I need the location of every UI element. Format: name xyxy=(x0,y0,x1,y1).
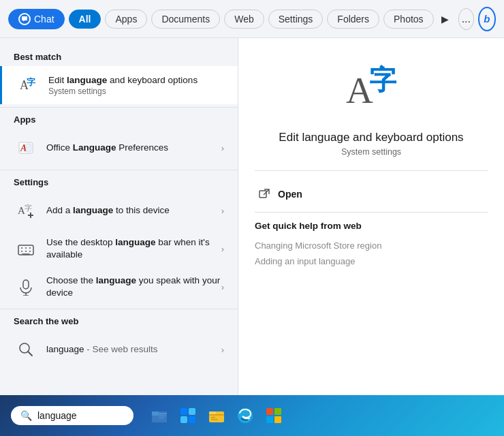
section-web-search: Search the web xyxy=(0,312,238,330)
result-web-language[interactable]: language - See web results › xyxy=(0,330,238,369)
svg-rect-30 xyxy=(159,416,166,416)
all-button-label: All xyxy=(79,14,91,25)
settings-button-label: Settings xyxy=(279,14,313,25)
help-link-2[interactable]: Adding an input language xyxy=(255,253,488,269)
chevron-icon: › xyxy=(221,143,224,153)
result-text-col-add: Add a language to this device xyxy=(46,204,221,217)
result-title: Edit language and keyboard options xyxy=(48,74,224,87)
svg-rect-35 xyxy=(189,416,195,423)
choose-language-title: Choose the language you speak with your … xyxy=(46,275,221,298)
chevron-icon-choose: › xyxy=(221,282,224,292)
svg-rect-34 xyxy=(180,416,187,423)
keyboard-icon xyxy=(14,236,38,261)
taskbar-explorer-icon[interactable] xyxy=(204,403,229,428)
divider-3 xyxy=(0,309,238,309)
chevron-icon-add: › xyxy=(221,206,224,216)
filter-all-button[interactable]: All xyxy=(69,10,101,29)
web-button-label: Web xyxy=(234,14,254,25)
web-search-icon xyxy=(14,337,38,362)
result-add-language[interactable]: A 字 Add a language to this device › xyxy=(0,191,238,230)
svg-rect-24 xyxy=(259,191,266,198)
chat-button-label: Chat xyxy=(34,14,54,25)
svg-rect-31 xyxy=(159,418,164,418)
separator2 xyxy=(255,212,488,213)
taskbar-search-input[interactable] xyxy=(37,410,124,421)
chevron-icon-desktop: › xyxy=(221,244,224,254)
filter-documents-button[interactable]: Documents xyxy=(151,10,220,29)
add-language-icon: A 字 xyxy=(14,198,38,223)
open-action-label: Open xyxy=(278,189,302,200)
taskbar-icons xyxy=(147,403,286,428)
svg-rect-39 xyxy=(211,417,215,418)
mic-icon xyxy=(14,275,38,299)
taskbar-search-icon: 🔍 xyxy=(20,410,32,421)
svg-rect-33 xyxy=(189,408,195,415)
taskbar-store-icon[interactable] xyxy=(262,403,286,428)
ellipsis-button[interactable]: ... xyxy=(458,8,474,30)
desktop-language-title: Use the desktop language bar when it's a… xyxy=(46,236,221,260)
taskbar-file-explorer-icon[interactable] xyxy=(147,403,172,428)
office-icon: A xyxy=(14,136,38,160)
result-office-language[interactable]: A Office Language Preferences › xyxy=(0,129,238,167)
divider-2 xyxy=(0,170,238,170)
right-panel-subtitle: System settings xyxy=(341,147,401,157)
ellipsis-icon: ... xyxy=(462,13,471,25)
web-language-title: language - See web results xyxy=(46,343,221,356)
photos-button-label: Photos xyxy=(394,14,424,25)
svg-line-21 xyxy=(28,352,32,356)
chat-icon xyxy=(18,13,31,25)
taskbar-edge-icon[interactable] xyxy=(233,403,257,428)
main-content: Best match A 字 Edit language and keyboar… xyxy=(0,38,504,395)
svg-rect-45 xyxy=(274,416,281,423)
divider-1 xyxy=(0,107,238,108)
svg-rect-38 xyxy=(209,414,224,416)
section-apps: Apps xyxy=(0,110,238,129)
more-filter-button[interactable]: ▶ xyxy=(438,8,453,30)
filter-bar: Chat All Apps Documents Web Settings Fol… xyxy=(0,0,504,38)
separator xyxy=(255,170,488,171)
svg-rect-32 xyxy=(180,408,187,415)
bing-button[interactable]: b xyxy=(478,7,496,31)
result-desktop-language[interactable]: Use the desktop language bar when it's a… xyxy=(0,230,238,268)
filter-photos-button[interactable]: Photos xyxy=(383,10,434,29)
add-language-title: Add a language to this device xyxy=(46,204,221,217)
documents-button-label: Documents xyxy=(161,14,210,25)
svg-rect-29 xyxy=(159,414,167,414)
result-edit-language[interactable]: A 字 Edit language and keyboard options S… xyxy=(0,66,238,104)
svg-rect-42 xyxy=(266,408,273,415)
result-text-col: Edit language and keyboard options Syste… xyxy=(48,74,224,96)
right-panel-title: Edit language and keyboard options xyxy=(279,131,463,144)
filter-chat-button[interactable]: Chat xyxy=(8,9,65,29)
taskbar-widgets-icon[interactable] xyxy=(176,403,200,428)
result-choose-language[interactable]: Choose the language you speak with your … xyxy=(0,268,238,306)
filter-web-button[interactable]: Web xyxy=(224,10,264,29)
svg-rect-43 xyxy=(274,408,281,415)
result-text-col-web: language - See web results xyxy=(46,343,221,356)
svg-rect-40 xyxy=(211,419,218,420)
result-text-col-choose: Choose the language you speak with your … xyxy=(46,275,221,298)
office-title: Office Language Preferences xyxy=(46,142,221,154)
filter-apps-button[interactable]: Apps xyxy=(105,10,147,29)
svg-text:字: 字 xyxy=(27,77,36,87)
result-text-col-office: Office Language Preferences xyxy=(46,142,221,154)
section-settings: Settings xyxy=(0,173,238,191)
play-icon: ▶ xyxy=(441,14,449,25)
filter-folders-button[interactable]: Folders xyxy=(327,10,379,29)
filter-settings-button[interactable]: Settings xyxy=(268,10,324,29)
section-best-match: Best match xyxy=(0,48,238,66)
svg-rect-4 xyxy=(26,144,31,152)
taskbar-search-box[interactable]: 🔍 xyxy=(11,406,133,425)
result-text-col-desktop: Use the desktop language bar when it's a… xyxy=(46,236,221,260)
right-panel: A 字 Edit language and keyboard options S… xyxy=(238,38,504,395)
open-icon xyxy=(257,187,271,201)
svg-rect-9 xyxy=(18,245,33,255)
bing-icon: b xyxy=(484,13,490,25)
left-panel: Best match A 字 Edit language and keyboar… xyxy=(0,38,238,395)
chevron-icon-web: › xyxy=(221,345,224,355)
language-icon: A 字 xyxy=(16,73,40,97)
help-link-1[interactable]: Changing Microsoft Store region xyxy=(255,238,488,253)
result-subtitle: System settings xyxy=(48,87,224,96)
big-language-icon: A 字 xyxy=(341,59,402,120)
svg-text:字: 字 xyxy=(369,64,397,95)
open-action[interactable]: Open xyxy=(255,182,488,206)
